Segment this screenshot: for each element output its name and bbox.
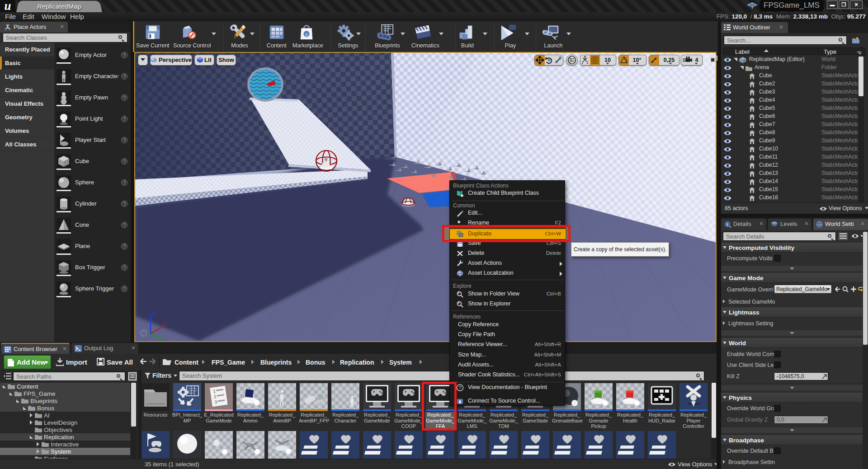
svg-text:?: ?	[142, 331, 145, 336]
svg-text:Y: Y	[159, 338, 162, 341]
svg-text:?: ?	[459, 385, 462, 390]
svg-text:u: u	[306, 32, 308, 37]
svg-text:X: X	[162, 322, 166, 327]
svg-text:i: i	[727, 222, 728, 227]
svg-text:Z: Z	[152, 310, 156, 316]
